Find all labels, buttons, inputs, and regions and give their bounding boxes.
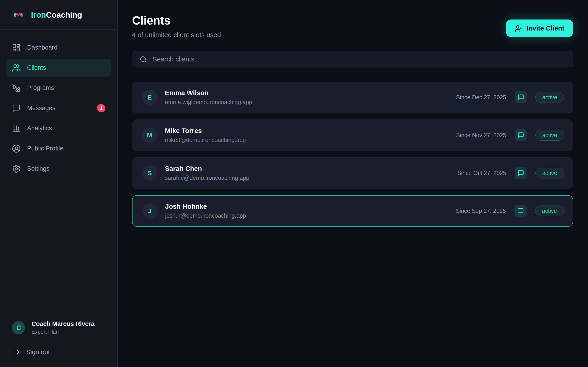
search-icon: [140, 56, 147, 63]
client-since-date: Since Dec 27, 2025: [456, 94, 506, 101]
sidebar-nav: Dashboard Clients Programs Messages 1 An…: [0, 30, 117, 310]
client-email: sarah.c@demo.ironcoaching.app: [165, 175, 249, 181]
client-avatar-initial: E: [147, 94, 152, 101]
chat-bubble-icon: [518, 170, 524, 176]
client-row[interactable]: E Emma Wilson emma.w@demo.ironcoaching.a…: [132, 82, 573, 113]
coach-profile: C Coach Marcus Rivera Expert Plan: [12, 320, 108, 335]
client-email: emma.w@demo.ironcoaching.app: [165, 99, 252, 106]
sidebar-item-analytics[interactable]: Analytics: [6, 119, 111, 137]
brand-name-primary: Iron: [31, 10, 46, 19]
app-root: IronCoaching Dashboard Clients Programs …: [0, 0, 588, 367]
sidebar-item-settings[interactable]: Settings: [6, 160, 111, 177]
clients-icon: [12, 64, 21, 72]
coach-name: Coach Marcus Rivera: [32, 320, 95, 327]
message-client-button[interactable]: [515, 91, 527, 103]
user-plus-icon: [515, 25, 523, 32]
client-avatar: E: [142, 90, 157, 105]
log-out-icon: [12, 348, 20, 356]
client-name: Sarah Chen: [165, 165, 249, 173]
brand-name-secondary: Coaching: [46, 10, 82, 19]
chat-bubble-icon: [518, 132, 524, 139]
status-badge: active: [535, 206, 564, 216]
sidebar-item-programs[interactable]: Programs: [6, 79, 111, 97]
client-row[interactable]: S Sarah Chen sarah.c@demo.ironcoaching.a…: [132, 157, 573, 189]
sidebar-item-dashboard[interactable]: Dashboard: [6, 39, 111, 56]
sidebar-item-label: Settings: [27, 165, 50, 172]
client-name: Emma Wilson: [165, 89, 252, 97]
status-badge: active: [536, 92, 564, 103]
client-search: [132, 51, 573, 67]
chat-bubble-icon: [518, 94, 524, 101]
invite-client-button[interactable]: Invite Client: [506, 19, 573, 37]
sidebar-item-label: Analytics: [27, 125, 52, 132]
client-row[interactable]: M Mike Torres mike.t@demo.ironcoaching.a…: [132, 119, 573, 151]
client-since-date: Since Sep 27, 2025: [456, 208, 506, 214]
message-client-button[interactable]: [515, 205, 527, 217]
chat-bubble-icon: [517, 208, 524, 214]
client-email: josh.h@demo.ironcoaching.app: [165, 212, 246, 219]
client-list: E Emma Wilson emma.w@demo.ironcoaching.a…: [132, 82, 573, 227]
sign-out-button[interactable]: Sign out: [12, 348, 108, 356]
main-content: Clients 4 of unlimited client slots used…: [118, 0, 588, 367]
sidebar-item-label: Public Profile: [27, 145, 63, 152]
client-avatar: M: [142, 127, 157, 143]
search-input[interactable]: [153, 56, 565, 63]
client-avatar: S: [142, 165, 157, 181]
sidebar-footer: C Coach Marcus Rivera Expert Plan Sign o…: [0, 310, 117, 367]
sidebar-item-label: Clients: [27, 64, 46, 71]
unread-count-badge: 1: [97, 104, 105, 112]
coach-plan: Expert Plan: [32, 329, 95, 335]
sign-out-label: Sign out: [26, 348, 50, 356]
client-avatar-initial: S: [147, 169, 152, 177]
status-badge: active: [536, 168, 564, 178]
bar-chart-icon: [12, 124, 21, 133]
sidebar-item-label: Dashboard: [27, 44, 57, 51]
brand: IronCoaching: [0, 0, 117, 30]
sidebar-item-clients[interactable]: Clients: [6, 59, 111, 77]
sidebar: IronCoaching Dashboard Clients Programs …: [0, 0, 118, 367]
page-title: Clients: [132, 14, 221, 27]
dumbbell-icon: [12, 84, 21, 92]
client-slots-summary: 4 of unlimited client slots used: [132, 31, 221, 39]
coach-avatar-initial: C: [16, 324, 21, 332]
page-header: Clients 4 of unlimited client slots used…: [132, 14, 573, 39]
client-email: mike.t@demo.ironcoaching.app: [165, 137, 246, 143]
client-name: Josh Hohnke: [165, 203, 246, 210]
message-client-button[interactable]: [515, 129, 527, 141]
dumbbell-peaks-logo-icon: [11, 8, 26, 22]
client-name: Mike Torres: [165, 127, 246, 135]
chat-bubble-icon: [12, 104, 21, 113]
status-badge: active: [536, 130, 564, 141]
client-since-date: Since Oct 27, 2025: [457, 170, 506, 176]
client-avatar-initial: M: [147, 132, 152, 139]
gear-icon: [12, 165, 21, 173]
sidebar-item-label: Programs: [27, 84, 54, 92]
coach-avatar: C: [12, 321, 25, 334]
client-avatar: J: [142, 203, 157, 219]
sidebar-item-messages[interactable]: Messages 1: [6, 99, 111, 117]
message-client-button[interactable]: [515, 167, 527, 179]
user-circle-icon: [12, 144, 21, 153]
invite-client-label: Invite Client: [527, 25, 564, 32]
dashboard-icon: [12, 43, 21, 52]
brand-name: IronCoaching: [31, 10, 82, 19]
client-row[interactable]: J Josh Hohnke josh.h@demo.ironcoaching.a…: [132, 195, 573, 227]
client-since-date: Since Nov 27, 2025: [456, 132, 506, 139]
sidebar-item-public-profile[interactable]: Public Profile: [6, 140, 111, 157]
client-avatar-initial: J: [148, 207, 152, 215]
sidebar-item-label: Messages: [27, 105, 55, 112]
